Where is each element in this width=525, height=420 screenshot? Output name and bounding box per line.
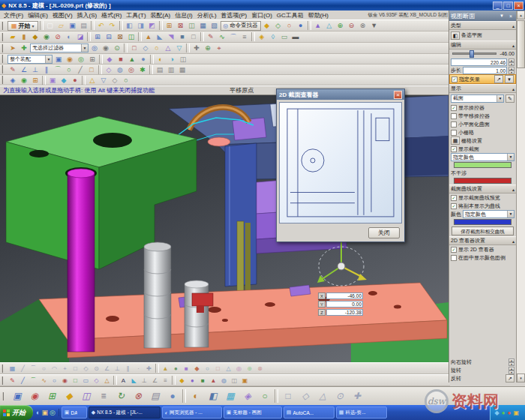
toolbar-grip[interactable] xyxy=(2,22,5,30)
checkbox[interactable]: ✓ xyxy=(451,105,457,111)
toolbar-icon[interactable] xyxy=(98,65,102,74)
taskbar-window-button[interactable]: ◆ NX 8.5 - 建模 - [JL-... xyxy=(88,406,160,418)
toolbar-icon[interactable]: ◧ xyxy=(124,21,135,31)
toolbar-icon[interactable]: ✚ xyxy=(191,44,202,53)
menu-item[interactable]: GC工具箱 xyxy=(274,11,306,20)
quick-launch-icon[interactable]: ▣ xyxy=(41,409,48,416)
toolbar-icon[interactable]: ⊞ xyxy=(87,54,98,64)
toolbar-icon[interactable] xyxy=(42,76,46,85)
rotate-right-row[interactable]: 向右旋转 ▴▾ xyxy=(449,358,516,366)
toolbar-icon[interactable]: ✎ xyxy=(8,64,18,74)
snap-icon[interactable]: ⊗ xyxy=(255,364,265,373)
snap-icon[interactable]: ╱ xyxy=(18,364,28,373)
toolbar-grip[interactable] xyxy=(2,44,5,52)
toolbar-icon[interactable]: ▤ xyxy=(154,64,165,74)
curve-icon[interactable]: ○ xyxy=(50,376,59,385)
toolbar-icon[interactable]: ⊖ xyxy=(346,21,357,31)
snap-icon[interactable]: · xyxy=(134,364,143,373)
toolbar-icon[interactable] xyxy=(149,65,153,74)
toolbar-icon[interactable] xyxy=(186,44,190,52)
toolbar-icon[interactable]: ● xyxy=(296,21,306,31)
toolbar-grip[interactable] xyxy=(2,55,5,63)
dialog-close-button[interactable]: 关闭 xyxy=(368,227,400,238)
menu-item[interactable]: 格式(R) xyxy=(99,11,124,20)
toolbar-icon[interactable]: ◇ xyxy=(104,64,114,74)
snap-icon[interactable]: ∠ xyxy=(102,364,112,373)
menu-item[interactable]: 帮助(H) xyxy=(306,11,331,20)
toolbar-icon[interactable] xyxy=(274,389,278,403)
toolbar-icon[interactable]: ✱ xyxy=(137,64,148,74)
snap-icon[interactable]: + xyxy=(60,364,70,373)
toolbar-grip[interactable] xyxy=(2,76,5,84)
curve-icon[interactable]: □ xyxy=(70,376,80,385)
toolbar-icon[interactable]: ≡ xyxy=(239,32,250,42)
toolbar-icon[interactable]: ◪ xyxy=(75,32,86,42)
curve-icon[interactable]: ◆ xyxy=(177,376,187,385)
viewer-checkbox-row[interactable]: 在图中显示颜色图例 xyxy=(449,254,516,262)
toolbar-icon[interactable] xyxy=(150,55,154,64)
toolbar-icon[interactable]: ➤ xyxy=(8,44,18,53)
snap-icon[interactable] xyxy=(155,364,159,373)
toolbar-icon[interactable]: □ xyxy=(188,32,199,42)
curve-checkbox-row[interactable]: ✓ 显示截面曲线预览 xyxy=(449,194,516,202)
toolbar-icon[interactable]: ◆ xyxy=(262,21,272,31)
toolbar-icon[interactable]: ○ xyxy=(284,21,295,31)
toolbar-icon[interactable]: ⊠ xyxy=(176,21,186,31)
section-2d-view[interactable] xyxy=(279,102,402,224)
toolbar-icon[interactable]: ▦ xyxy=(177,64,188,74)
snap-icon[interactable]: ● xyxy=(171,364,181,373)
curve-checkbox-row[interactable]: ✓ 将副本显示为曲线 xyxy=(449,202,516,210)
combo-arrow-icon[interactable]: ▼ xyxy=(81,44,88,52)
axis-value-field[interactable]: 0.00 xyxy=(326,301,363,308)
combo-arrow-icon[interactable]: ▼ xyxy=(507,211,514,218)
toolbar-icon[interactable]: ▽ xyxy=(174,44,184,53)
scroll-thumb[interactable] xyxy=(517,20,525,68)
taskbar-window-button[interactable]: ▦ 科选-资... xyxy=(336,406,387,418)
edit-section-button[interactable]: ✎ xyxy=(506,94,514,103)
toolbar-icon[interactable]: ◫ xyxy=(187,21,197,31)
toolbar-icon[interactable]: ✎ xyxy=(206,32,216,42)
toolbar-icon[interactable]: ● xyxy=(70,75,80,85)
panel-scrollbar[interactable]: ▴ ▾ xyxy=(516,10,525,382)
dialog-close-icon[interactable]: × xyxy=(394,91,402,99)
curve-icon[interactable]: ◣ xyxy=(129,376,139,385)
toolbar-icon[interactable]: ⊠ xyxy=(115,32,125,42)
toolbar-icon[interactable]: ⊞ xyxy=(30,75,40,85)
toolbar-icon[interactable]: ╱ xyxy=(75,64,86,74)
tray-icon[interactable]: ● xyxy=(502,410,506,416)
rotate-spinner[interactable]: ▴▾ xyxy=(508,367,514,374)
display-checkbox-row[interactable]: 小平面化曲面 xyxy=(449,120,516,128)
toolbar-icon[interactable]: ▮ xyxy=(19,32,29,42)
snap-icon[interactable]: ▦ xyxy=(8,364,17,373)
menu-item[interactable]: 编辑(E) xyxy=(26,11,50,20)
toolbar-icon[interactable]: ▧ xyxy=(209,21,220,31)
menu-item[interactable]: 工具(T) xyxy=(124,11,148,20)
reverse-button[interactable]: ↗ xyxy=(506,374,514,382)
toolbar-icon[interactable]: ◇ xyxy=(110,75,120,85)
toolbar-icon[interactable]: ⊞ xyxy=(164,21,175,31)
curve-color-swatch[interactable] xyxy=(454,219,512,225)
snap-icon[interactable]: ⌒ xyxy=(28,364,38,373)
toolbar-icon[interactable]: ▦ xyxy=(222,388,238,404)
menu-item[interactable]: 装配(A) xyxy=(148,11,173,20)
panel-close-icon[interactable]: × xyxy=(507,14,514,19)
toolbar-icon[interactable]: ◇ xyxy=(273,21,284,31)
toolbar-icon[interactable]: ◉ xyxy=(100,44,111,53)
specify-vector-row[interactable]: ✓ 指定矢量 ↗ ▾ xyxy=(449,74,516,84)
menu-item[interactable]: 插入(S) xyxy=(75,11,100,20)
section-header-2d-viewer[interactable]: 2D 查看器设置 ▴ xyxy=(449,236,516,245)
checkbox[interactable]: ✓ xyxy=(451,146,457,152)
panel-header[interactable]: 视图断面 ▾ × xyxy=(449,10,516,21)
curve-icon[interactable]: ◍ xyxy=(219,376,229,385)
toolbar-icon[interactable]: ◣ xyxy=(154,32,165,42)
toolbar-icon[interactable]: ▲ xyxy=(127,54,137,64)
axis-value-field[interactable]: -46.00 xyxy=(326,292,363,299)
interference-color-swatch[interactable] xyxy=(454,178,512,184)
toolbar-icon[interactable]: ◑ xyxy=(166,54,177,64)
command-finder-button[interactable]: ◎ 命令查找器 xyxy=(220,21,261,31)
toolbar-icon[interactable]: ■ xyxy=(116,54,126,64)
taskbar-window-button[interactable]: ▣ DA xyxy=(62,406,87,418)
curve-icon[interactable]: A xyxy=(118,376,128,385)
toolbar-icon[interactable]: ◇ xyxy=(140,44,151,53)
step-field[interactable]: 1.00 xyxy=(463,67,507,74)
